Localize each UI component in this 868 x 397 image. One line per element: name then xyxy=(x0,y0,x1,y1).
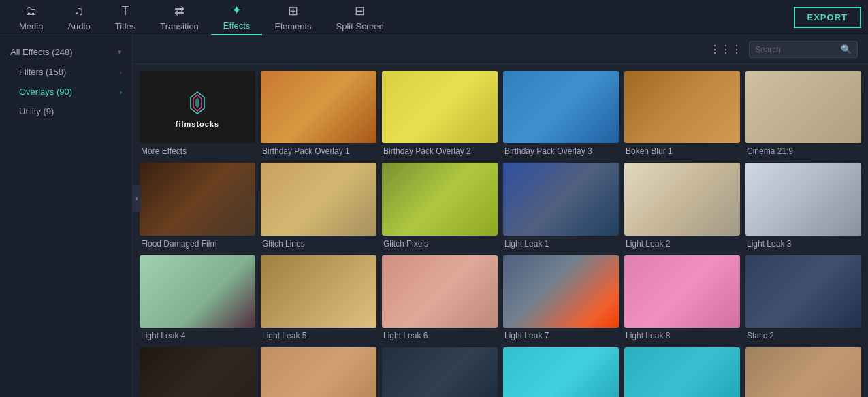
sidebar: All Effects (248) ▾ Filters (158) › Over… xyxy=(0,35,133,397)
sidebar-item-all-effects[interactable]: All Effects (248) ▾ xyxy=(0,42,132,62)
effect-name-flood-damaged: Flood Damaged Film xyxy=(140,236,255,250)
effect-item-more-effects[interactable]: filmstocks More Effects xyxy=(140,71,255,157)
nav-elements[interactable]: ⊞ Elements xyxy=(262,0,323,35)
effect-name-birthday1: Birthday Pack Overlay 1 xyxy=(261,143,376,157)
sidebar-utility-label: Utility (9) xyxy=(19,106,54,116)
search-box: 🔍 xyxy=(749,41,858,58)
effect-item-strong-glitch[interactable]: Strong Glitch xyxy=(261,347,376,397)
export-button[interactable]: EXPORT xyxy=(794,7,861,28)
nav-audio[interactable]: ♫ Audio xyxy=(55,0,102,35)
effect-item-birthday3[interactable]: Birthday Pack Overlay 3 xyxy=(503,71,619,157)
effect-thumb-birthday3 xyxy=(503,71,619,143)
audio-icon: ♫ xyxy=(74,4,84,18)
titles-icon: T xyxy=(121,4,129,18)
nav-effects-label: Effects xyxy=(223,20,251,31)
effect-item-aqua-1[interactable]: ⬇Aqua 1 xyxy=(503,347,619,397)
effect-thumb-glitch-lines xyxy=(261,163,376,235)
effect-thumb-light-leak-7 xyxy=(503,255,619,328)
effect-name-glitch-pixels: Glitch Pixels xyxy=(382,236,498,250)
filmstocks-logo-icon xyxy=(180,86,214,120)
effect-item-bokeh-1[interactable]: ⬇Bokeh 1 xyxy=(745,347,861,397)
content-toolbar: ⋮⋮⋮ 🔍 xyxy=(133,35,868,64)
effect-item-light-leak-8[interactable]: Light Leak 8 xyxy=(624,255,740,342)
effect-name-birthday2: Birthday Pack Overlay 2 xyxy=(382,143,498,157)
effect-name-birthday3: Birthday Pack Overlay 3 xyxy=(503,143,619,157)
effect-item-bokeh-blur[interactable]: Bokeh Blur 1 xyxy=(624,71,740,157)
effect-item-aqua-2[interactable]: ⬇Aqua 2 xyxy=(624,347,740,397)
sidebar-item-utility[interactable]: Utility (9) xyxy=(0,101,132,121)
effect-name-static-2: Static 2 xyxy=(745,328,861,342)
effect-name-cinema: Cinema 21:9 xyxy=(745,143,861,157)
effect-item-90s-viewfinder[interactable]: ⬇90's Viewfinder xyxy=(382,347,498,397)
main-area: All Effects (248) ▾ Filters (158) › Over… xyxy=(0,35,868,397)
effects-icon: ✦ xyxy=(231,3,242,18)
nav-split-screen-label: Split Screen xyxy=(336,21,384,31)
effect-thumb-bokeh-1: ⬇ xyxy=(745,347,861,397)
effect-item-birthday2[interactable]: Birthday Pack Overlay 2 xyxy=(382,71,498,157)
grid-view-icon[interactable]: ⋮⋮⋮ xyxy=(709,43,742,56)
effect-item-light-leak-7[interactable]: Light Leak 7 xyxy=(503,255,619,342)
effect-thumb-light-leak-5 xyxy=(261,255,376,328)
sidebar-collapse-handle[interactable]: ‹ xyxy=(133,185,141,212)
effect-thumb-light-leak-8 xyxy=(624,255,740,328)
effect-name-light-leak-2: Light Leak 2 xyxy=(624,236,740,250)
effect-thumb-static-2 xyxy=(745,255,861,328)
effect-item-light-leak-4[interactable]: Light Leak 4 xyxy=(140,255,255,342)
search-input[interactable] xyxy=(755,45,837,54)
effect-thumb-light-leak-6 xyxy=(382,255,498,328)
svg-marker-2 xyxy=(195,97,199,108)
sidebar-item-filters[interactable]: Filters (158) › xyxy=(0,62,132,82)
nav-titles-label: Titles xyxy=(115,21,136,31)
effect-thumb-light-leak-1 xyxy=(503,163,619,235)
effect-item-light-leak-6[interactable]: Light Leak 6 xyxy=(382,255,498,342)
transition-icon: ⇄ xyxy=(174,3,184,18)
effects-grid: filmstocks More Effects Birthday Pack Ov… xyxy=(133,64,868,397)
effect-name-light-leak-8: Light Leak 8 xyxy=(624,328,740,342)
effect-thumb-flood-damaged xyxy=(140,163,255,235)
effect-thumb-light-leak-2 xyxy=(624,163,740,235)
effect-item-light-leak-5[interactable]: Light Leak 5 xyxy=(261,255,376,342)
effect-item-glitch-lines[interactable]: Glitch Lines xyxy=(261,163,376,249)
nav-split-screen[interactable]: ⊟ Split Screen xyxy=(324,0,396,35)
effect-name-light-leak-6: Light Leak 6 xyxy=(382,328,498,342)
nav-elements-label: Elements xyxy=(274,21,311,31)
effect-thumb-birthday2 xyxy=(382,71,498,143)
effect-thumb-light-leak-3 xyxy=(745,163,861,235)
effect-name-light-leak-3: Light Leak 3 xyxy=(745,236,861,250)
effect-thumb-aqua-2: ⬇ xyxy=(624,347,740,397)
effect-name-more-effects: More Effects xyxy=(140,143,255,157)
effect-thumb-cinema xyxy=(745,71,861,143)
sidebar-filters-label: Filters (158) xyxy=(19,67,66,77)
effect-item-light-leak-3[interactable]: Light Leak 3 xyxy=(745,163,861,249)
nav-media[interactable]: 🗂 Media xyxy=(7,0,55,35)
top-nav: 🗂 Media ♫ Audio T Titles ⇄ Transition ✦ … xyxy=(0,0,868,35)
elements-icon: ⊞ xyxy=(288,3,298,18)
effect-item-flood-damaged[interactable]: Flood Damaged Film xyxy=(140,163,255,249)
effect-name-light-leak-5: Light Leak 5 xyxy=(261,328,376,342)
effect-name-glitch-lines: Glitch Lines xyxy=(261,236,376,250)
effect-item-birthday1[interactable]: Birthday Pack Overlay 1 xyxy=(261,71,376,157)
nav-audio-label: Audio xyxy=(67,21,90,31)
content-area: ⋮⋮⋮ 🔍 filmstocks xyxy=(133,35,868,397)
effect-thumb-birthday1 xyxy=(261,71,376,143)
effect-name-bokeh-blur: Bokeh Blur 1 xyxy=(624,143,740,157)
effect-thumb-aqua-1: ⬇ xyxy=(503,347,619,397)
effect-item-cinema[interactable]: Cinema 21:9 xyxy=(745,71,861,157)
split-screen-icon: ⊟ xyxy=(355,3,365,18)
effect-thumb-strong-glitch xyxy=(261,347,376,397)
search-icon[interactable]: 🔍 xyxy=(841,44,852,54)
effect-item-static-a[interactable]: Static A xyxy=(140,347,255,397)
effect-item-static-2[interactable]: Static 2 xyxy=(745,255,861,342)
nav-transition[interactable]: ⇄ Transition xyxy=(148,0,211,35)
sidebar-item-overlays[interactable]: Overlays (90) › xyxy=(0,82,132,101)
sidebar-overlays-label: Overlays (90) xyxy=(19,86,72,97)
effect-item-light-leak-2[interactable]: Light Leak 2 xyxy=(624,163,740,249)
arrow-right-icon: › xyxy=(119,88,122,96)
effect-item-glitch-pixels[interactable]: Glitch Pixels xyxy=(382,163,498,249)
nav-transition-label: Transition xyxy=(160,21,199,31)
effect-thumb-glitch-pixels xyxy=(382,163,498,235)
nav-titles[interactable]: T Titles xyxy=(103,0,148,35)
media-icon: 🗂 xyxy=(25,4,37,18)
effect-item-light-leak-1[interactable]: Light Leak 1 xyxy=(503,163,619,249)
nav-effects[interactable]: ✦ Effects xyxy=(211,0,263,35)
